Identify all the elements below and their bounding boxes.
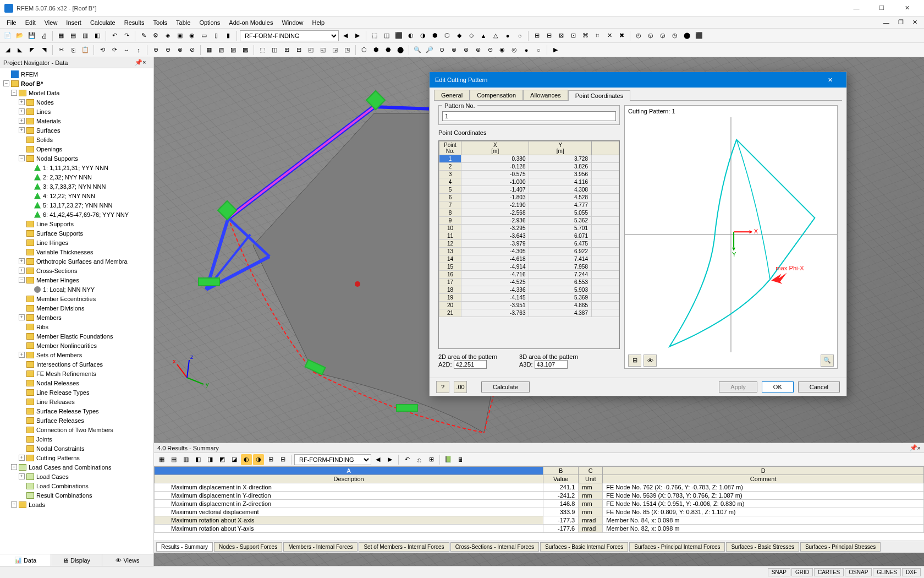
tb-tool-icon[interactable]: ⬛ bbox=[393, 30, 404, 41]
tb-tool-icon[interactable]: 🔍 bbox=[412, 45, 423, 56]
tb-tool-icon[interactable]: ▶ bbox=[550, 45, 561, 56]
tb-tool-icon[interactable]: ▲ bbox=[478, 30, 489, 41]
status-grid[interactable]: GRID bbox=[791, 568, 813, 576]
tb-tool-icon[interactable]: ⊛ bbox=[460, 45, 471, 56]
rtb-icon[interactable]: ◐ bbox=[241, 454, 252, 465]
calculate-button[interactable]: Calculate bbox=[481, 381, 530, 392]
rtb-icon[interactable]: ◨ bbox=[205, 454, 216, 465]
coord-row[interactable]: 11-3.6436.071 bbox=[439, 232, 619, 240]
mdi-close[interactable]: ✕ bbox=[908, 18, 922, 27]
menu-options[interactable]: Options bbox=[195, 18, 224, 27]
dlgtab-general[interactable]: General bbox=[434, 90, 470, 100]
menu-addon[interactable]: Add-on Modules bbox=[224, 18, 277, 27]
status-osnap[interactable]: OSNAP bbox=[845, 568, 872, 576]
tb-tool-icon[interactable]: ↔ bbox=[121, 45, 132, 56]
tb-tool-icon[interactable]: ◐ bbox=[405, 30, 416, 41]
tb-tool-icon[interactable]: ⊠ bbox=[556, 30, 566, 41]
tb-tool-icon[interactable]: ⊝ bbox=[485, 45, 496, 56]
tree-item[interactable]: +Load Cases bbox=[1, 472, 152, 481]
tb-tool-icon[interactable]: ▨ bbox=[228, 45, 239, 56]
tree-item[interactable]: Member Nonlinearities bbox=[1, 341, 152, 350]
tb-undo-icon[interactable]: ↶ bbox=[109, 30, 120, 41]
tree-item[interactable]: Line Releases bbox=[1, 397, 152, 406]
help-icon[interactable]: ? bbox=[436, 381, 449, 393]
tb-tool-icon[interactable]: ⚙ bbox=[150, 30, 161, 41]
tb-tool-icon[interactable]: ⌘ bbox=[580, 30, 591, 41]
dlgtab-compensation[interactable]: Compensation bbox=[470, 90, 523, 100]
tree-item[interactable]: +Sets of Members bbox=[1, 350, 152, 359]
tb-tool-icon[interactable]: ● bbox=[521, 45, 532, 56]
dialog-close-icon[interactable]: ✕ bbox=[819, 72, 841, 88]
results-tab[interactable]: Members - Internal Forces bbox=[283, 542, 358, 552]
tb-new-icon[interactable]: 📄 bbox=[2, 30, 13, 41]
rtb-icon[interactable]: ◑ bbox=[253, 454, 264, 465]
tb-tool-icon[interactable]: ✂ bbox=[56, 45, 67, 56]
results-tab[interactable]: Surfaces - Basic Internal Forces bbox=[540, 542, 628, 552]
tb-tool-icon[interactable]: ↕ bbox=[133, 45, 144, 56]
status-dxf[interactable]: DXF bbox=[902, 568, 921, 576]
apply-button[interactable]: Apply bbox=[719, 381, 757, 392]
tree-item[interactable]: 4: 12,22; YNY NNN bbox=[1, 191, 152, 200]
tb-tool-icon[interactable]: ◫ bbox=[381, 30, 392, 41]
tb-tool-icon[interactable]: ⬚ bbox=[369, 30, 380, 41]
tree-item[interactable]: Nodal Constraints bbox=[1, 444, 152, 453]
coordinates-table[interactable]: PointNo. X[m] Y[m] 10.3803.7282-0.1283.8… bbox=[438, 140, 620, 349]
tb-tool-icon[interactable]: ⬛ bbox=[694, 30, 705, 41]
menu-help[interactable]: Help bbox=[308, 18, 329, 27]
units-icon[interactable]: .00 bbox=[454, 381, 467, 393]
tb-tool-icon[interactable]: △ bbox=[490, 30, 501, 41]
tb-tool-icon[interactable]: ⊡ bbox=[568, 30, 579, 41]
tree-item[interactable]: Surface Releases bbox=[1, 416, 152, 425]
tree-item[interactable]: Member Divisions bbox=[1, 303, 152, 313]
area2d-input[interactable] bbox=[454, 360, 487, 369]
tree-item[interactable]: 3: 3,7,33,37; NYN NNN bbox=[1, 182, 152, 191]
tb-tool-icon[interactable]: ◉ bbox=[497, 45, 508, 56]
tree-root[interactable]: RFEM bbox=[1, 69, 152, 79]
tb-tool-icon[interactable]: ◵ bbox=[645, 30, 656, 41]
tree-item[interactable]: 1: 1,11,21,31; YYY NNN bbox=[1, 163, 152, 172]
tree-item[interactable]: Surface Supports bbox=[1, 228, 152, 238]
rtb-prev-icon[interactable]: ◀ bbox=[372, 454, 383, 465]
results-tab[interactable]: Set of Members - Internal Forces bbox=[359, 542, 449, 552]
dlgtab-point-coordinates[interactable]: Point Coordinates bbox=[568, 90, 630, 101]
tb-tool-icon[interactable]: ⟳ bbox=[109, 45, 120, 56]
status-glines[interactable]: GLINES bbox=[873, 568, 901, 576]
tree-item[interactable]: 1: Local; NNN NYY bbox=[1, 285, 152, 294]
preview-tool-icon[interactable]: 👁 bbox=[644, 355, 657, 367]
tb-tool-icon[interactable]: ◷ bbox=[669, 30, 680, 41]
tree-item[interactable]: Variable Thicknesses bbox=[1, 247, 152, 257]
menu-table[interactable]: Table bbox=[172, 18, 195, 27]
close-panel-icon[interactable]: × bbox=[142, 59, 150, 67]
tree-item[interactable]: Nodal Releases bbox=[1, 378, 152, 388]
tb-tool-icon[interactable]: ◤ bbox=[26, 45, 37, 56]
tb-tool-icon[interactable]: ▤ bbox=[68, 30, 79, 41]
tb-next-icon[interactable]: ▶ bbox=[352, 30, 363, 41]
results-tab[interactable]: Nodes - Support Forces bbox=[214, 542, 282, 552]
results-table[interactable]: A B C D Description Value Unit Comment M… bbox=[154, 466, 924, 541]
tree-item[interactable]: 6: 41,42,45-47,69-76; YYY NNY bbox=[1, 210, 152, 219]
rtb-icon[interactable]: ⊞ bbox=[426, 454, 437, 465]
rtb-icon[interactable]: ▥ bbox=[180, 454, 191, 465]
tree-item[interactable]: FE Mesh Refinements bbox=[1, 369, 152, 378]
results-close-icon[interactable]: × bbox=[917, 445, 921, 451]
results-row[interactable]: Maximum displacement in X-direction241.1… bbox=[155, 483, 924, 492]
tb-tool-icon[interactable]: ◢ bbox=[2, 45, 13, 56]
tb-tool-icon[interactable]: ◇ bbox=[466, 30, 477, 41]
coord-row[interactable]: 18-4.3365.903 bbox=[439, 286, 619, 294]
tb-tool-icon[interactable]: ▦ bbox=[56, 30, 67, 41]
tb-tool-icon[interactable]: ⊟ bbox=[293, 45, 304, 56]
preview-tool-icon[interactable]: ⊞ bbox=[628, 355, 641, 367]
results-row[interactable]: Maximum displacement in Z-direction146.8… bbox=[155, 500, 924, 508]
tb-tool-icon[interactable]: ⬣ bbox=[383, 45, 394, 56]
menu-tools[interactable]: Tools bbox=[148, 18, 172, 27]
navtab-views[interactable]: 👁 Views bbox=[102, 554, 153, 566]
tb-tool-icon[interactable]: ● bbox=[502, 30, 513, 41]
tree-item[interactable]: +Loads bbox=[1, 500, 152, 509]
tb-tool-icon[interactable]: ✎ bbox=[138, 30, 149, 41]
tb-tool-icon[interactable]: ⊖ bbox=[162, 45, 173, 56]
menu-calculate[interactable]: Calculate bbox=[86, 18, 120, 27]
tb-tool-icon[interactable]: ⊗ bbox=[174, 45, 185, 56]
coord-row[interactable]: 7-2.1904.777 bbox=[439, 201, 619, 209]
coord-row[interactable]: 20-3.9514.865 bbox=[439, 302, 619, 309]
tree-item[interactable]: +Lines bbox=[1, 107, 152, 116]
